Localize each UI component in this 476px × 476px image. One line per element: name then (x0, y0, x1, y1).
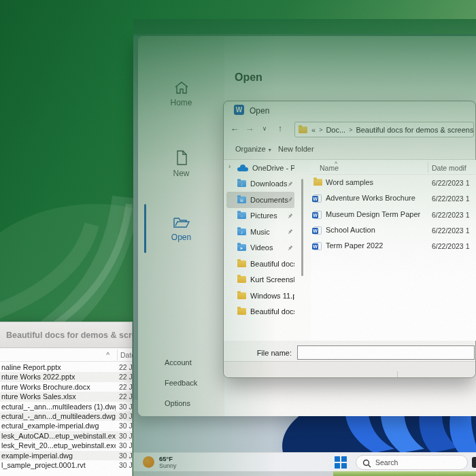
dialog-titlebar[interactable]: Open (224, 101, 475, 119)
address-bar[interactable]: « > Doc... > Beautiful docs for demos & … (294, 122, 474, 137)
file-date: 30 J (119, 412, 132, 420)
file-date: 30 J (119, 441, 132, 449)
tree-item[interactable]: ▸ Videos (226, 240, 294, 256)
date-column-header[interactable]: Date modif (432, 164, 466, 172)
finder-file-row[interactable]: example-imperial.dwg 30 J (0, 451, 132, 460)
new-folder-button[interactable]: New folder (278, 145, 314, 153)
tree-item-label: Kurt Screenshot (250, 275, 294, 284)
breadcrumb-documents[interactable]: Doc... (326, 126, 345, 134)
tree-item[interactable]: Beautiful docs fo (226, 256, 294, 272)
sort-ascending-icon[interactable] (335, 160, 337, 167)
recent-locations-button[interactable] (258, 121, 271, 136)
sidebar-item-open[interactable]: Open (138, 215, 224, 242)
dialog-footer (224, 361, 475, 377)
file-name: Adventure Works Brochure (326, 194, 426, 202)
tree-item[interactable]: ↓ Downloads (226, 176, 294, 192)
file-row[interactable]: Adventure Works Brochure 6/22/2023 1 (311, 190, 476, 206)
sidebar-item-home[interactable]: Home (138, 80, 224, 107)
finder-file-row[interactable]: naline Report.pptx 22 J (0, 362, 132, 372)
tree-item[interactable]: OneDrive - Pers (226, 160, 294, 176)
tree-item-icon (237, 308, 246, 315)
finder-file-row[interactable]: nture Works Brochure.docx 22 J (0, 382, 132, 392)
forward-button[interactable] (243, 121, 256, 136)
taskbar-pinned-app-icon[interactable] (472, 457, 476, 468)
vm-titlebar[interactable]: Windows 11 (133, 19, 476, 34)
navigation-tree: OneDrive - Pers ↓ Downloads (224, 160, 311, 341)
tree-item[interactable]: ♪ Music (226, 224, 294, 240)
finder-file-row[interactable]: lesk_Revit_20...etup_webinstall.exe 30 J (0, 441, 132, 450)
finder-file-row[interactable]: ectural_-_ann...d_multileaders.dwg 30 J (0, 411, 132, 421)
finder-file-row[interactable]: l_sample_project.0001.rvt 30 J (0, 460, 132, 470)
file-row[interactable]: Term Paper 2022 6/22/2023 1 (311, 238, 476, 254)
finder-file-list: naline Report.pptx 22 J nture Works 2022… (0, 362, 132, 476)
file-type-icon (313, 179, 322, 186)
sidebar-item-account[interactable]: Account (165, 358, 192, 367)
breadcrumb-current-folder[interactable]: Beautiful docs for demos & screensh... (356, 126, 474, 134)
tree-item[interactable]: Windows 11.pvr (226, 288, 294, 304)
screen: Beautiful docs for demos & screens Date … (0, 0, 476, 476)
tree-item-icon: ▫ (237, 212, 246, 219)
tree-item-label: Windows 11.pvr (250, 292, 294, 300)
expander-chevron-icon[interactable] (228, 163, 231, 170)
tree-item[interactable]: ≣ Documents (226, 192, 294, 208)
start-button[interactable] (335, 456, 347, 469)
finder-column-header: Date (0, 348, 132, 362)
breadcrumb-overflow-chevron[interactable]: « (311, 126, 316, 134)
new-document-icon (175, 150, 188, 169)
weather-condition[interactable]: Sunny (159, 462, 177, 469)
file-row[interactable]: Word samples 6/22/2023 1 (311, 175, 476, 190)
finder-file-row[interactable]: ectural_-_ann...multileaders (1).dwg 30 … (0, 402, 132, 411)
file-row[interactable]: School Auction 6/22/2023 1 (311, 222, 476, 238)
address-folder-icon (299, 126, 307, 133)
filename-input[interactable] (297, 345, 475, 360)
file-list-pane: Name Date modif Word samples 6 (311, 160, 476, 341)
word-app-icon (234, 105, 244, 115)
file-name: nture Works Sales.xlsx (1, 392, 116, 401)
vm-window-top-edge (133, 34, 476, 36)
tree-scrollbar[interactable] (301, 179, 303, 276)
taskbar-search-box[interactable]: Search (356, 455, 468, 470)
sidebar-item-feedback[interactable]: Feedback (165, 379, 197, 387)
up-button[interactable] (273, 121, 287, 136)
file-date: 30 J (119, 432, 132, 440)
file-name: ectural_example-imperial.dwg (1, 422, 116, 430)
column-divider (117, 350, 118, 360)
file-type-icon (313, 194, 322, 203)
weather-temperature[interactable]: 65°F (159, 455, 173, 462)
vm-window-title: Windows 11 (434, 22, 474, 31)
dialog-toolbar: Organize New folder (224, 139, 475, 160)
sort-ascending-icon[interactable] (106, 351, 109, 358)
backstage-sidebar: Home New Open Account Feedback O (138, 36, 224, 416)
file-row[interactable]: Museum Design Term Paper 6/22/2023 1 (311, 207, 476, 222)
tree-item-label: Beautiful docs fo (250, 307, 294, 316)
sidebar-item-label: Open (138, 233, 224, 242)
finder-file-row[interactable]: nture Works 2022.pptx 22 J (0, 372, 132, 381)
file-date: 22 J (119, 383, 132, 391)
file-date: 30 J (119, 403, 132, 411)
organize-dropdown[interactable]: Organize (235, 145, 271, 153)
vm-window: Home New Open Account Feedback O (133, 19, 476, 476)
sidebar-item-new[interactable]: New (138, 150, 224, 178)
weather-sun-icon[interactable] (143, 456, 154, 468)
sidebar-item-options[interactable]: Options (165, 399, 190, 407)
back-button[interactable] (228, 121, 241, 136)
tree-item-label: Beautiful docs fo (250, 260, 294, 268)
file-date-modified: 6/22/2023 1 (432, 194, 469, 203)
tree-item-icon (237, 292, 246, 299)
tree-item[interactable]: Beautiful docs fo (226, 304, 294, 320)
tree-item-label: OneDrive - Pers (252, 164, 294, 172)
column-divider[interactable] (428, 162, 428, 173)
file-name: Museum Design Term Paper (326, 210, 426, 218)
tree-item[interactable]: Kurt Screenshot (226, 272, 294, 288)
finder-file-row[interactable]: nture Works Sales.xlsx 22 J (0, 392, 132, 401)
tree-item[interactable]: ▫ Pictures (226, 208, 294, 224)
sidebar-item-label: Home (138, 98, 224, 107)
finder-file-row[interactable]: ectural_example-imperial.dwg 30 J (0, 421, 132, 430)
search-placeholder: Search (375, 458, 398, 466)
finder-titlebar[interactable]: Beautiful docs for demos & screens (0, 322, 132, 348)
tree-item-icon: ▸ (237, 244, 246, 251)
dialog-navigation-row: « > Doc... > Beautiful docs for demos & … (224, 119, 475, 139)
finder-file-row[interactable]: lesk_AutoCAD...etup_webinstall.exe 30 J (0, 431, 132, 441)
file-date: 22 J (119, 392, 132, 401)
tree-item-icon (237, 260, 246, 267)
